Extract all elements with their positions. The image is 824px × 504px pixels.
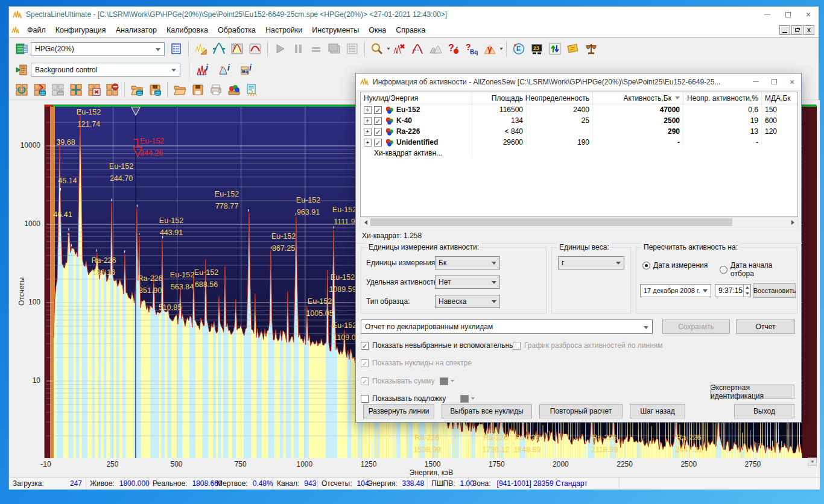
start-acquisition-icon[interactable]: [271, 40, 289, 57]
time-field[interactable]: 9:37:15: [715, 284, 751, 297]
maximize-button[interactable]: [778, 7, 798, 22]
report-icon[interactable]: [243, 81, 261, 98]
gamma-lines-icon[interactable]: γ: [481, 40, 499, 57]
show-unselected-checkbox[interactable]: ✓Показать невыбранные и вспомогательные: [361, 341, 518, 350]
select-all-nuclides-button[interactable]: Выбрать все нуклиды: [442, 404, 532, 418]
exit-button[interactable]: Выход: [734, 404, 794, 418]
clear-spectrum-icon[interactable]: [325, 40, 343, 57]
save-file-icon[interactable]: [189, 81, 207, 98]
time-spinner[interactable]: [743, 285, 750, 297]
smoothing-icon[interactable]: [246, 40, 264, 57]
table-footer-row[interactable]: Хи-квадрат активн...: [361, 148, 797, 159]
menu-help[interactable]: Справка: [391, 24, 430, 37]
show-background-checkbox[interactable]: Показывать подложку: [361, 394, 475, 403]
activity-units-combo[interactable]: Бк: [435, 256, 500, 269]
table-row[interactable]: +✓Unidentified 29600 190 - -: [361, 137, 797, 148]
colors-icon[interactable]: [225, 81, 243, 98]
table-row[interactable]: +✓K-40 134 25 2500 19 600: [361, 115, 797, 126]
expand-icon[interactable]: +: [364, 106, 372, 114]
close-button[interactable]: ×: [798, 7, 819, 22]
table-row[interactable]: +✓Eu-152 116500 2400 47000 0,6 150: [361, 104, 797, 115]
recalculate-button[interactable]: Повторный расчет: [539, 404, 623, 418]
weight-units-combo[interactable]: г: [558, 256, 624, 269]
stop-acquisition-icon[interactable]: [307, 40, 325, 57]
mdi-restore-button[interactable]: [791, 25, 802, 35]
spectrum-info-icon[interactable]: i: [192, 61, 214, 78]
detector-config-icon[interactable]: [13, 40, 31, 57]
weight-icon[interactable]: [582, 40, 600, 57]
sum-color-caret-icon[interactable]: [451, 380, 454, 382]
show-sum-checkbox[interactable]: ✓Показывать сумму: [361, 377, 454, 385]
acquisition-settings-icon[interactable]: [343, 40, 361, 57]
expand-icon[interactable]: +: [364, 128, 372, 136]
peak-info-icon[interactable]: i: [214, 61, 236, 78]
report-type-combo[interactable]: Отчет по декларированным нуклидам: [361, 320, 653, 334]
save-to-db-icon[interactable]: [146, 81, 164, 98]
detector-combo[interactable]: HPGe(20%): [31, 42, 165, 56]
nuclide-checkbox[interactable]: ✓: [374, 117, 382, 125]
zone-refresh-icon[interactable]: [13, 81, 31, 98]
dialog-maximize-button[interactable]: [765, 74, 783, 90]
background-color-swatch[interactable]: [460, 395, 469, 403]
passport-icon[interactable]: [564, 40, 582, 57]
table-row[interactable]: +✓Ra-226 < 840 290 13 120: [361, 126, 797, 137]
open-from-db-icon[interactable]: [128, 81, 146, 98]
energy-calibration-icon[interactable]: [192, 40, 210, 57]
sort-icon[interactable]: [546, 40, 564, 57]
sample-type-combo[interactable]: Навеска: [435, 295, 500, 308]
zone-export-db-icon[interactable]: [31, 81, 49, 98]
restore-button[interactable]: Восстановить: [753, 283, 796, 298]
scroll-down-button[interactable]: [808, 458, 817, 466]
sum-color-swatch[interactable]: [440, 377, 448, 385]
save-report-button[interactable]: Сохранить: [662, 320, 730, 334]
col-activity-unc[interactable]: Неопр. активности,%: [683, 92, 762, 104]
delete-spectrum-icon[interactable]: [390, 40, 408, 57]
gamma-caret-icon[interactable]: [499, 48, 503, 50]
zone-import-db-icon[interactable]: [49, 81, 67, 98]
date-picker[interactable]: 17 декабря 2008 г.: [640, 284, 711, 297]
expand-lines-button[interactable]: Развернуть линии: [363, 404, 434, 418]
col-activity[interactable]: Активность,Бк: [593, 92, 683, 104]
expand-icon[interactable]: +: [364, 117, 372, 125]
scatter-graph-checkbox[interactable]: График разброса активностей по линиям: [513, 341, 662, 350]
specific-activity-combo[interactable]: Нет: [435, 276, 500, 289]
nuclide-checkbox[interactable]: ✓: [374, 106, 382, 114]
col-nuclide[interactable]: Нуклид/Энергия: [361, 92, 472, 104]
menu-analyzer[interactable]: Анализатор: [111, 24, 162, 37]
col-uncertainty[interactable]: Неопределенность: [527, 92, 593, 104]
menu-windows[interactable]: Окна: [364, 24, 391, 37]
scroll-left-icon[interactable]: [361, 218, 370, 227]
step-back-button[interactable]: Шаг назад: [630, 404, 685, 418]
menu-file[interactable]: Файл: [22, 24, 51, 37]
compare-spectra-icon[interactable]: [426, 40, 445, 57]
zone-clear-icon[interactable]: [103, 81, 121, 98]
menu-processing[interactable]: Обработка: [213, 24, 261, 37]
print-icon[interactable]: [207, 81, 225, 98]
dialog-close-button[interactable]: ×: [783, 74, 801, 90]
zone-move-icon[interactable]: [67, 81, 85, 98]
mdi-close-button[interactable]: x: [803, 25, 814, 35]
activity-calc-icon[interactable]: ?Bq: [463, 40, 481, 57]
report-button[interactable]: Отчет: [736, 320, 795, 334]
menu-calibration[interactable]: Калибровка: [162, 24, 213, 37]
open-file-icon[interactable]: [171, 81, 189, 98]
peak-search-icon[interactable]: [210, 40, 228, 57]
scrollbar-thumb[interactable]: [370, 218, 732, 226]
identify-nuclides-icon[interactable]: ?: [445, 40, 463, 57]
col-area[interactable]: Площадь: [472, 92, 527, 104]
peak-fit-icon[interactable]: [228, 40, 246, 57]
peak-analysis-icon[interactable]: [408, 40, 426, 57]
scroll-right-icon[interactable]: [788, 218, 797, 227]
minimize-button[interactable]: [757, 7, 778, 22]
menu-configuration[interactable]: Конфигурация: [51, 24, 111, 37]
radio-measure-date[interactable]: Дата измерения: [642, 261, 708, 269]
background-color-caret-icon[interactable]: [471, 397, 475, 400]
radio-sampling-date[interactable]: Дата начала отбора: [720, 261, 797, 278]
menu-tools[interactable]: Инструменты: [307, 24, 364, 37]
nuclide-checkbox[interactable]: ✓: [374, 128, 382, 136]
efficiency-icon[interactable]: E: [510, 40, 528, 57]
datetime-icon[interactable]: 23: [528, 40, 546, 57]
zone-delete-icon[interactable]: [85, 81, 103, 98]
activity-info-icon[interactable]: Bqi: [236, 61, 258, 78]
detector-list-icon[interactable]: [167, 40, 185, 57]
